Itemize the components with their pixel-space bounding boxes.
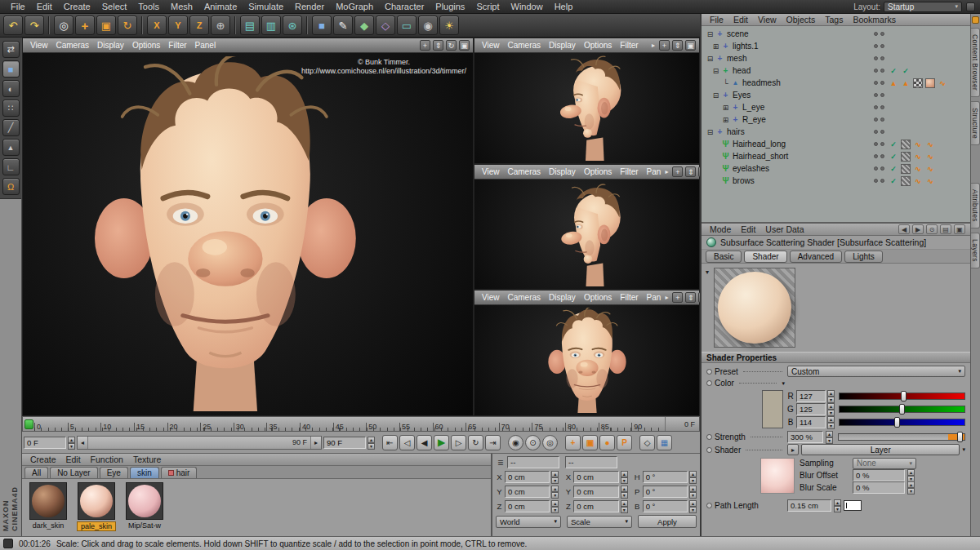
menubar-item[interactable]: Select [96, 2, 133, 11]
add-light-icon[interactable]: ☀ [439, 16, 459, 35]
object-manager-menu-item[interactable]: Objects [782, 15, 821, 24]
menubar-item[interactable]: Create [58, 2, 96, 11]
tree-row-lights[interactable]: ⊞ + lights.1 [702, 40, 970, 52]
expand-icon[interactable]: ⊟ [706, 55, 715, 63]
axis-mode-icon[interactable]: ∟ [2, 158, 20, 175]
editor-visibility-dot[interactable] [874, 81, 878, 85]
render-visibility-dot[interactable] [880, 93, 884, 97]
stepper[interactable]: ▴▾ [827, 403, 835, 415]
side-tab-structure[interactable]: Structure [971, 101, 980, 145]
end-frame-field[interactable]: 90 F [323, 437, 366, 449]
play-backwards-button[interactable]: ◁ [399, 435, 415, 450]
enabled-check-icon[interactable]: ✓ [889, 152, 898, 162]
polygon-mode-icon[interactable]: ▲ [2, 139, 20, 156]
record-objects-button[interactable]: ◎ [542, 435, 558, 450]
viewport-menu-item[interactable]: Cameras [504, 167, 546, 176]
viewport-menu-item[interactable]: Pan [643, 293, 666, 302]
coordinate-system-icon[interactable]: ⊕ [211, 16, 230, 35]
tree-row-l-eye[interactable]: ⊞ + L_eye [702, 101, 970, 113]
position-x-field[interactable]: 0 cm [505, 471, 550, 483]
pan-icon[interactable]: + [659, 40, 670, 51]
expand-icon[interactable]: ⊟ [706, 30, 715, 38]
material-preview[interactable] [78, 482, 115, 520]
menubar-item[interactable]: MoGraph [330, 2, 379, 11]
material-menu-item[interactable]: Create [25, 455, 61, 464]
menubar-item[interactable]: Plugins [430, 2, 470, 11]
keyframe-selection-button[interactable]: ▦ [657, 435, 672, 450]
stepper[interactable]: ▴▾ [551, 500, 559, 512]
editor-visibility-dot[interactable] [874, 32, 878, 36]
viewport-menu-item[interactable]: Panel [191, 41, 220, 50]
shader-preview-frame[interactable] [714, 268, 795, 348]
channel-b-slider[interactable] [839, 419, 965, 426]
viewport-menu-item[interactable]: Options [580, 41, 616, 50]
render-visibility-dot[interactable] [880, 32, 884, 36]
viewport-menu-item[interactable]: Filter [164, 41, 190, 50]
viewport-menu-item[interactable]: Cameras [52, 41, 94, 50]
render-visibility-dot[interactable] [880, 166, 884, 171]
guide-tag-icon[interactable]: ∿ [925, 176, 935, 186]
spline-tag-icon[interactable]: ∿ [938, 78, 947, 88]
layer-texture-thumbnail[interactable] [760, 458, 795, 494]
collapse-icon[interactable]: ▾ [706, 268, 709, 276]
guide-tag-icon[interactable]: ∿ [925, 152, 935, 162]
viewport-menu-item[interactable]: Options [128, 41, 164, 50]
stepper[interactable]: ▴▾ [907, 469, 915, 481]
stepper[interactable]: ▴▾ [827, 390, 835, 402]
current-frame-field[interactable]: 0 F [24, 437, 66, 449]
slider-knob[interactable] [899, 404, 905, 415]
slider-knob[interactable] [894, 417, 900, 428]
guide-tag-icon[interactable]: ∿ [925, 164, 935, 174]
slider-knob[interactable] [957, 432, 963, 442]
edge-mode-icon[interactable]: ╱ [2, 119, 20, 136]
guide-tag-icon[interactable]: ∿ [913, 164, 923, 174]
side-tab-attributes[interactable]: Attributes [971, 183, 980, 228]
render-picture-viewer-icon[interactable]: ▥ [261, 16, 281, 35]
viewport-menu-item[interactable]: Pan [643, 167, 666, 176]
path-length-field[interactable]: 0.15 cm [787, 499, 831, 512]
material-preview[interactable] [29, 482, 67, 520]
tab-all[interactable]: All [24, 467, 48, 478]
viewport-menu-item[interactable]: Filter [616, 41, 642, 50]
animate-dot-icon[interactable] [706, 380, 712, 386]
material-item[interactable]: pale_skin [75, 482, 118, 531]
enabled-check-icon[interactable]: ✓ [901, 66, 911, 76]
viewport-menu-item[interactable]: Cameras [504, 41, 546, 50]
dolly-icon[interactable]: ⇕ [685, 166, 696, 177]
record-pla-toggle[interactable]: ◇ [639, 435, 655, 450]
render-visibility-dot[interactable] [880, 81, 884, 85]
phong-tag-icon[interactable]: ▲ [889, 78, 898, 88]
apply-button[interactable]: Apply [638, 515, 697, 528]
stepper[interactable]: ▴▾ [834, 499, 841, 512]
viewport-menu-item[interactable]: View [478, 293, 504, 302]
viewport-front[interactable]: ViewCamerasDisplayOptionsFilterPan ▸ + ⇕… [474, 290, 700, 416]
object-manager-menu-item[interactable]: Edit [728, 15, 753, 24]
editor-visibility-dot[interactable] [874, 166, 878, 171]
render-view-icon[interactable]: ▤ [240, 16, 260, 35]
guide-tag-icon[interactable]: ∿ [913, 140, 923, 149]
rotation-b-field[interactable]: 0 ° [643, 500, 688, 512]
menubar-item[interactable]: Edit [31, 2, 58, 11]
range-right-arrow-icon[interactable]: ▸ [310, 437, 321, 449]
skin-texture-tag-icon[interactable] [925, 78, 935, 88]
add-deformer-icon[interactable]: ◇ [376, 16, 395, 35]
editor-visibility-dot[interactable] [874, 142, 878, 146]
render-visibility-dot[interactable] [880, 69, 884, 73]
material-name[interactable]: dark_skin [29, 521, 68, 530]
render-visibility-dot[interactable] [880, 105, 884, 109]
material-menu-item[interactable]: Function [86, 455, 128, 464]
record-rotation-toggle[interactable]: ● [599, 435, 615, 450]
tree-row-head[interactable]: ⊟ + head ✓ ✓ [702, 64, 970, 77]
attribute-menu-item[interactable]: Edit [736, 224, 760, 234]
animate-dot-icon[interactable] [706, 434, 712, 440]
hair-material-tag-icon[interactable] [901, 164, 911, 174]
rotation-p-field[interactable]: 0 ° [643, 486, 688, 498]
tab-hair[interactable]: hair [161, 467, 198, 478]
render-visibility-dot[interactable] [880, 130, 884, 134]
size-z-field[interactable]: 0 cm [573, 500, 618, 512]
expand-icon[interactable]: ⊞ [721, 116, 730, 124]
menubar-item[interactable]: Simulate [243, 2, 289, 11]
viewport-canvas[interactable]: © Bunk Timmer. http://www.comichouse.nl/… [23, 53, 473, 415]
menubar-item[interactable]: Tools [132, 2, 165, 11]
guide-tag-icon[interactable]: ∿ [925, 140, 935, 149]
